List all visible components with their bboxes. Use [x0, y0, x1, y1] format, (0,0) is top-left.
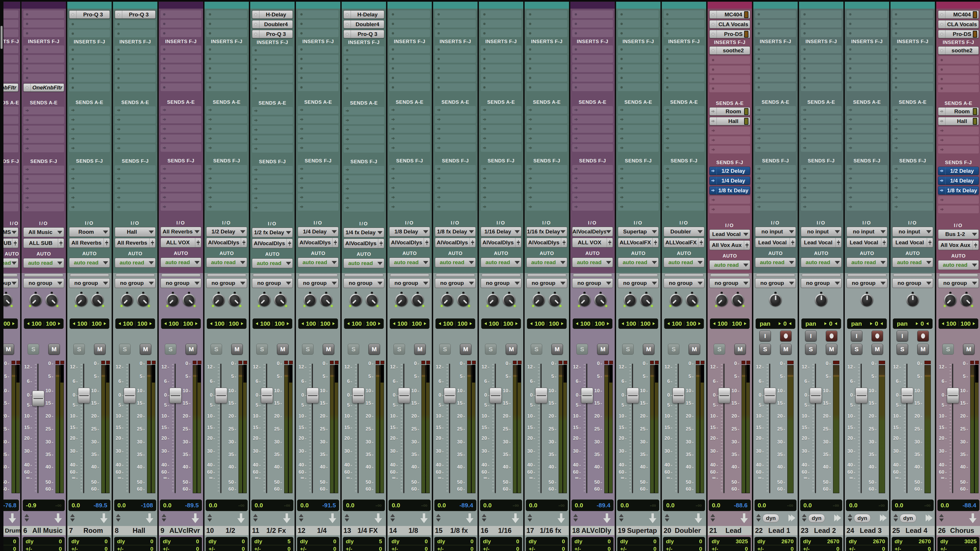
mute-button[interactable]: M [94, 344, 105, 355]
send-slot[interactable] [892, 175, 933, 182]
insert-slot[interactable] [801, 74, 842, 82]
insert-slot[interactable] [206, 29, 247, 37]
volume-fader[interactable] [490, 388, 502, 403]
solo-button[interactable]: S [439, 344, 451, 355]
insert-slot[interactable] [435, 45, 476, 53]
send-slot[interactable] [618, 165, 659, 173]
send-slot[interactable] [23, 116, 64, 124]
insert-slot[interactable] [344, 75, 384, 83]
send-slot[interactable] [801, 165, 842, 173]
send-slot[interactable] [755, 184, 796, 192]
mix-group-id-bar[interactable] [756, 274, 795, 277]
volume-fader[interactable] [764, 388, 776, 403]
send-slot[interactable] [755, 175, 796, 182]
automation-mode-button[interactable]: auto read [938, 260, 979, 270]
insert-slot[interactable] [435, 55, 476, 63]
pan-display[interactable]: 100100 [298, 319, 338, 329]
insert-slot[interactable] [69, 30, 110, 37]
input-selector[interactable]: no input [755, 227, 796, 237]
input-monitor-button[interactable]: I [759, 330, 771, 341]
narrow-view-arrow-button[interactable] [100, 513, 108, 523]
send-slot[interactable] [69, 144, 110, 152]
clip-led[interactable] [60, 361, 64, 364]
insert-slot[interactable] [801, 45, 842, 53]
pan-knob[interactable] [768, 291, 783, 308]
insert-slot[interactable] [892, 29, 933, 37]
track-height-triangles[interactable] [756, 514, 761, 522]
send-slot[interactable] [389, 194, 430, 201]
input-selector[interactable]: 1/16 Delay [480, 227, 522, 237]
input-selector[interactable]: Hall [115, 227, 156, 237]
send-slot[interactable] [663, 135, 705, 142]
volume-display[interactable]: 0.0-∞ [206, 500, 248, 511]
send-slot[interactable] [435, 106, 476, 114]
insert-slot[interactable] [755, 45, 796, 53]
send-slot[interactable] [435, 175, 476, 182]
send-slot[interactable]: Room [938, 107, 979, 116]
pan-knob-right[interactable] [319, 291, 333, 308]
group-selector[interactable]: no group [23, 278, 64, 288]
send-slot[interactable] [710, 136, 750, 144]
pan-knob-right[interactable] [502, 291, 516, 308]
send-slot[interactable] [527, 106, 567, 114]
mute-button[interactable]: M [643, 344, 654, 355]
send-slot[interactable] [344, 194, 384, 202]
delay-compensation-display[interactable]: dly0+/-0 [114, 537, 156, 551]
insert-slot[interactable] [389, 45, 430, 53]
insert-slot[interactable] [846, 74, 888, 82]
insert-slot[interactable] [572, 64, 613, 72]
track-name-plate[interactable]: 8Hall [113, 526, 157, 535]
send-slot[interactable] [3, 144, 18, 152]
pan-display[interactable]: 100100 [619, 319, 658, 329]
send-slot[interactable]: 1/2 Delay [938, 167, 979, 175]
send-slot[interactable] [69, 175, 110, 183]
mix-group-id-bar[interactable] [299, 274, 338, 277]
insert-slot[interactable] [663, 64, 705, 72]
narrow-view-arrow-button[interactable] [603, 513, 611, 523]
solo-button[interactable]: S [759, 344, 771, 355]
send-slot[interactable] [527, 144, 567, 152]
track-name-plate[interactable]: 121/4 [296, 526, 340, 535]
volume-display[interactable]: 0.0-108 [114, 500, 156, 511]
clip-led[interactable] [696, 361, 700, 364]
send-slot[interactable] [480, 165, 522, 173]
insert-slot[interactable] [161, 45, 201, 53]
insert-slot[interactable] [663, 55, 705, 63]
insert-slot[interactable] [480, 55, 522, 63]
send-slot[interactable] [3, 175, 18, 183]
send-slot[interactable] [389, 203, 430, 211]
insert-slot[interactable] [618, 74, 659, 82]
send-slot[interactable] [252, 166, 293, 174]
insert-slot[interactable] [755, 83, 796, 91]
solo-button[interactable]: S [119, 344, 130, 355]
send-slot[interactable] [801, 144, 842, 152]
solo-button[interactable]: S [622, 344, 634, 355]
send-slot[interactable] [572, 184, 613, 192]
clip-led[interactable] [193, 361, 196, 364]
record-arm-button[interactable] [872, 330, 883, 341]
insert-slot[interactable]: Doubler4 [344, 20, 384, 29]
insert-slot[interactable] [3, 20, 18, 28]
output-selector[interactable]: All Vox Aux [710, 240, 750, 250]
volume-fader[interactable] [444, 388, 456, 403]
pan-knob-left[interactable] [578, 291, 592, 308]
record-arm-button[interactable] [917, 330, 929, 341]
group-selector[interactable]: no group [115, 278, 156, 288]
insert-slot[interactable] [618, 10, 659, 18]
send-slot[interactable] [298, 165, 339, 173]
pan-knob-right[interactable] [959, 291, 974, 308]
volume-display[interactable]: 0.0-88.4 [937, 500, 979, 511]
input-selector[interactable]: 1/2 Delay [206, 227, 247, 237]
mix-group-id-bar[interactable] [665, 274, 703, 277]
send-slot[interactable] [206, 203, 247, 211]
insert-slot[interactable] [23, 55, 64, 63]
send-slot[interactable] [344, 145, 384, 152]
volume-display[interactable]: 0.0-∞ [754, 500, 797, 511]
insert-slot[interactable] [663, 20, 705, 28]
volume-display[interactable]: 0.0-∞ [663, 500, 705, 511]
clip-led[interactable] [701, 361, 705, 364]
automation-mode-button[interactable]: auto read [572, 257, 613, 267]
automation-mode-button[interactable]: auto read [527, 257, 567, 267]
insert-slot[interactable] [344, 46, 384, 54]
mute-button[interactable]: M [231, 344, 243, 355]
